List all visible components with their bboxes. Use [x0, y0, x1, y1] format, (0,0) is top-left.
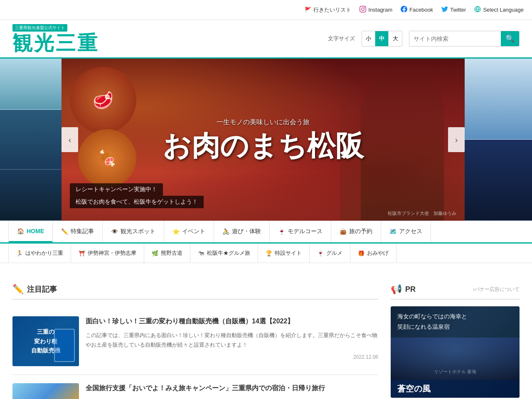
side-left-bottom [0, 170, 62, 221]
instagram-link[interactable]: Instagram [360, 6, 392, 14]
nav-label-booking: 旅の予約 [349, 228, 372, 235]
font-size-buttons: 小 中 大 [362, 31, 402, 47]
side-right-top [465, 59, 532, 140]
nav-label-events: イベント [182, 228, 205, 235]
article-link-1[interactable]: 面白い！珍しい！三重の変わり種自動販売機（自販機）14選【2022】 [86, 318, 294, 325]
article-date-1: 2022.12.06 [86, 354, 378, 360]
pr-banner-top: 海女の町ならではの海幸と笑顔になれる温泉宿 [391, 306, 520, 337]
map-icon: 🗺️ [389, 228, 397, 235]
nav-link-spots[interactable]: 👁️ 観光スポット [103, 221, 164, 242]
globe-icon [474, 6, 481, 14]
sub-nav-link-matsusaka[interactable]: 🐄 松阪牛★グルメ旅 [190, 244, 258, 263]
sub-nav-link-ise[interactable]: ⛩️ 伊勢神宮・伊勢志摩 [71, 244, 144, 263]
bicycle-icon: 🚴 [222, 228, 229, 235]
note-icon: ✏️ [12, 284, 24, 295]
nav-link-model[interactable]: 🍷 モデルコース [270, 221, 331, 242]
sub-nav-link-gourmet[interactable]: 🍷 グルメ [310, 244, 350, 263]
nav-link-events[interactable]: ⭐ イベント [164, 221, 214, 242]
article-link-2[interactable]: 全国旅行支援「おいでよ！みえ旅キャンペーン」三重県内での宿泊・日帰り旅行 [86, 384, 325, 392]
logo-area: 三重県観光連盟公式サイト 観光三重 [12, 24, 99, 53]
sub-nav-label-souvenir: おみやげ [367, 249, 389, 257]
hero-slider: 🥩 🍖 一生モノの美味しいに出会う旅 お肉のまち松阪 レシートキャンペーン実施中… [0, 59, 532, 221]
font-size-small[interactable]: 小 [362, 31, 375, 46]
hotel-label: リゾートホテル 蒼海 [434, 369, 476, 375]
cow-icon: 🐄 [198, 250, 204, 256]
sub-nav-link-intro[interactable]: 🏃 はやわかり三重 [9, 244, 71, 263]
header-right: 文字サイズ 小 中 大 🔍 [328, 31, 520, 47]
article-thumbnail-1: 三重の 変わり種 自動販売機 [12, 316, 79, 366]
sub-nav-item-souvenir: 🎁 おみやげ [350, 244, 397, 263]
article-desc-1: この記事では、三重県内にある面白い！珍しい！変わり種自動販売機（自販機）を紹介し… [86, 330, 378, 350]
course-icon: 🍷 [278, 228, 285, 235]
sub-nav-link-souvenir[interactable]: 🎁 おみやげ [350, 244, 396, 263]
trophy-icon: 🏆 [266, 250, 272, 256]
language-link[interactable]: Select Language [474, 6, 524, 14]
sub-nav-label-gourmet: グルメ [326, 249, 342, 257]
nav-link-features[interactable]: ✏️ 特集記事 [53, 221, 102, 242]
pr-title: PR [405, 285, 416, 294]
nav-link-activities[interactable]: 🚴 遊び・体験 [214, 221, 269, 242]
pencil-icon: ✏️ [61, 228, 68, 235]
slider-subtitle: 一生モノの美味しいに出会う旅 [163, 118, 364, 127]
slider-main: 🥩 🍖 一生モノの美味しいに出会う旅 お肉のまち松阪 レシートキャンペーン実施中… [62, 59, 465, 221]
shrine-icon: ⛩️ [79, 250, 85, 256]
article-body-2: 全国旅行支援「おいでよ！みえ旅キャンペーン」三重県内での宿泊・日帰り旅行 [86, 383, 378, 399]
nav-link-home[interactable]: 🏠 HOME [9, 221, 52, 242]
nav-label-model: モデルコース [288, 228, 323, 235]
search-icon: 🔍 [505, 34, 515, 43]
font-size-large[interactable]: 大 [389, 31, 402, 46]
nav-label-home: HOME [27, 228, 44, 234]
sub-nav-item-special: 🏆 特設サイト [258, 244, 310, 263]
slider-prev-button[interactable]: ‹ [62, 127, 78, 152]
site-subtitle: 三重県観光連盟公式サイト [12, 24, 67, 32]
slider-side-right [465, 59, 532, 221]
pr-banner-title: 蒼空の風 [397, 383, 513, 394]
banner-ad-link[interactable]: ›バナー広告について [473, 286, 520, 292]
font-size-medium[interactable]: 中 [375, 31, 389, 46]
star-icon: ⭐ [172, 228, 180, 235]
sub-nav-item-matsusaka: 🐄 松阪牛★グルメ旅 [190, 244, 258, 263]
nav-label-spots: 観光スポット [121, 228, 155, 235]
sub-nav-label-kumano: 熊野古道 [161, 249, 182, 257]
slider-next-button[interactable]: › [448, 127, 465, 152]
top-bar: 🚩 行きたいリスト Instagram Facebook Twitter Sel… [0, 0, 532, 20]
nav-item-spots: 👁️ 観光スポット [103, 221, 164, 242]
nav-link-booking[interactable]: 👜 旅の予約 [331, 221, 381, 242]
search-button[interactable]: 🔍 [501, 31, 519, 46]
sub-nav-link-kumano[interactable]: 🌿 熊野古道 [144, 244, 190, 263]
slider-content: 一生モノの美味しいに出会う旅 お肉のまち松阪 [154, 110, 372, 170]
sub-nav-item-kumano: 🌿 熊野古道 [144, 244, 190, 263]
nav-label-access: アクセス [399, 228, 422, 235]
slider-credit: 松阪市ブランド大使 加藤ゆうみ [388, 210, 456, 217]
twitter-icon [441, 6, 448, 14]
facebook-link[interactable]: Facebook [401, 6, 433, 14]
gift-icon: 🎁 [358, 250, 365, 256]
logo-main: 観光三重 [12, 33, 99, 53]
sub-nav-link-special[interactable]: 🏆 特設サイト [258, 244, 309, 263]
twitter-link[interactable]: Twitter [441, 6, 466, 14]
sub-nav-label-special: 特設サイト [275, 249, 302, 257]
sub-nav-label-intro: はやわかり三重 [25, 249, 63, 257]
article-card: 三重の 変わり種 自動販売機 面白い！珍しい！三重の変わり種自動販売機（自販機）… [12, 308, 378, 375]
content-area: ✏️ 注目記事 三重の 変わり種 自動販売機 面白い！珍しい！三重の変わり種自動… [0, 271, 532, 399]
pr-section-title: 📢 PR ›バナー広告について [391, 284, 520, 300]
pr-banner-link[interactable]: ›バナー広告について [473, 286, 520, 293]
nav-item-events: ⭐ イベント [164, 221, 214, 242]
main-navigation: 🏠 HOME ✏️ 特集記事 👁️ 観光スポット ⭐ イベント 🚴 [0, 221, 532, 244]
wine-icon: 🍷 [317, 250, 324, 256]
instagram-label: Instagram [368, 7, 392, 13]
sub-nav-list: 🏃 はやわかり三重 ⛩️ 伊勢神宮・伊勢志摩 🌿 熊野古道 🐄 松阪牛★グルメ旅 [8, 244, 524, 263]
nav-label-activities: 遊び・体験 [232, 228, 261, 235]
language-label: Select Language [483, 7, 524, 13]
sub-nav-item-ise: ⛩️ 伊勢神宮・伊勢志摩 [71, 244, 144, 263]
search-input[interactable] [409, 31, 501, 46]
slider-campaign2: 松阪でお肉を食べて、松阪牛をゲットしよう！ [70, 196, 204, 208]
pr-banner-link-wrapper[interactable]: 海女の町ならではの海幸と笑顔になれる温泉宿 リゾートホテル 蒼海 蒼空の風 [391, 306, 520, 398]
wishlist-link[interactable]: 🚩 行きたいリスト [305, 6, 351, 14]
main-content: ✏️ 注目記事 三重の 変わり種 自動販売機 面白い！珍しい！三重の変わり種自動… [12, 284, 378, 399]
nav-item-model: 🍷 モデルコース [270, 221, 331, 242]
nav-link-access[interactable]: 🗺️ アクセス [381, 221, 431, 242]
article-title-1: 面白い！珍しい！三重の変わり種自動販売機（自販機）14選【2022】 [86, 316, 378, 326]
article-body-1: 面白い！珍しい！三重の変わり種自動販売機（自販機）14選【2022】 この記事で… [86, 316, 378, 366]
pr-banner-bottom: 蒼空の風 [391, 380, 520, 398]
